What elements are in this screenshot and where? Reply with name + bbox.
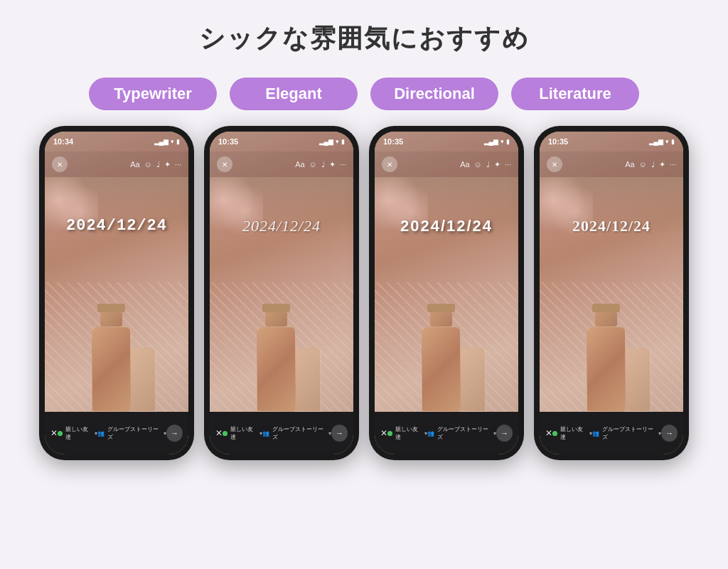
effect-icon-1[interactable]: ✦ [164, 160, 171, 169]
battery-icon-3: ▮ [506, 138, 510, 145]
toolbar-icons-1: Aa ☺ ♩ ✦ ··· [130, 160, 181, 169]
bottle-main-2 [257, 326, 296, 412]
signal-icon-4: ▂▄▆ [649, 138, 663, 145]
friends-item-1[interactable]: 親しい友達 ▾ [58, 425, 97, 441]
group-item-4[interactable]: 👥 グループストーリーズ ▾ [592, 425, 661, 441]
date-text-typewriter: 2024/12/24 [66, 217, 167, 235]
close-circle-icon-4: ✕ [545, 428, 552, 438]
text-icon-4[interactable]: Aa [625, 160, 634, 169]
group-item-1[interactable]: 👥 グループストーリーズ ▾ [97, 425, 166, 441]
send-btn-2[interactable]: → [331, 425, 348, 442]
close-btn-1[interactable]: ✕ [52, 156, 68, 172]
bottle-cap-1 [97, 304, 125, 312]
send-btn-3[interactable]: → [496, 425, 513, 442]
green-dot-2 [223, 431, 228, 436]
music-icon-2[interactable]: ♩ [321, 160, 325, 169]
label-typewriter[interactable]: Typewriter [89, 78, 217, 110]
label-elegant[interactable]: Elegant [230, 78, 358, 110]
date-display-2: 2024/12/24 [210, 217, 353, 235]
close-btn-2[interactable]: ✕ [217, 156, 232, 172]
wifi-icon-4: ▾ [665, 138, 669, 145]
toolbar-icons-4: Aa ☺ ♩ ✦ ··· [625, 160, 676, 169]
music-icon-1[interactable]: ♩ [156, 160, 160, 169]
group-icon-3: 👥 [427, 430, 434, 437]
date-text-literature: 2024/12/24 [572, 217, 651, 235]
phone-elegant-wrapper: 10:35 ▂▄▆ ▾ ▮ ✕ Aa ☺ ♩ ✦ ··· [204, 126, 359, 460]
close-story-btn-4[interactable]: ✕ [545, 428, 552, 438]
group-item-2[interactable]: 👥 グループストーリーズ ▾ [262, 425, 331, 441]
send-btn-4[interactable]: → [661, 425, 678, 442]
label-directional[interactable]: Directional [370, 78, 498, 110]
app-toolbar-3: ✕ Aa ☺ ♩ ✦ ··· [375, 151, 518, 177]
music-icon-3[interactable]: ♩ [486, 160, 490, 169]
bottle-neck-2 [265, 312, 287, 326]
more-icon-1[interactable]: ··· [175, 160, 181, 169]
friends-item-3[interactable]: 親しい友達 ▾ [387, 425, 427, 441]
status-icons-3: ▂▄▆ ▾ ▮ [484, 138, 510, 145]
friends-item-2[interactable]: 親しい友達 ▾ [223, 425, 262, 441]
bottle-small-2 [294, 348, 321, 412]
close-btn-3[interactable]: ✕ [382, 156, 397, 172]
bottle-neck-1 [100, 312, 122, 326]
more-icon-4[interactable]: ··· [670, 160, 676, 169]
close-story-btn-1[interactable]: ✕ [50, 428, 58, 438]
bottles-1 [74, 298, 159, 412]
close-circle-icon-2: ✕ [215, 428, 223, 438]
bottle-neck-3 [430, 312, 452, 326]
labels-row: Typewriter Elegant Directional Literatur… [14, 78, 714, 110]
phone-typewriter-screen: 10:34 ▂▄▆ ▾ ▮ ✕ Aa ☺ ♩ ✦ ··· [45, 132, 188, 454]
bottle-cap-2 [262, 304, 290, 312]
wifi-icon-1: ▾ [171, 138, 174, 145]
music-icon-4[interactable]: ♩ [651, 160, 655, 169]
effect-icon-2[interactable]: ✦ [329, 160, 336, 169]
emoji-icon-2[interactable]: ☺ [309, 160, 317, 169]
bottom-bar-1: ✕ 親しい友達 ▾ 👥 グループストーリーズ ▾ → [45, 412, 188, 454]
close-circle-icon-3: ✕ [380, 428, 387, 438]
group-item-3[interactable]: 👥 グループストーリーズ ▾ [427, 425, 496, 441]
effect-icon-3[interactable]: ✦ [494, 160, 500, 169]
bottom-bar-4: ✕ 親しい友達 ▾ 👥 グループストーリーズ ▾ → [540, 412, 683, 454]
status-time-1: 10:34 [53, 137, 73, 146]
bottom-bar-2: ✕ 親しい友達 ▾ 👥 グループストーリーズ ▾ → [210, 412, 353, 454]
toolbar-icons-3: Aa ☺ ♩ ✦ ··· [460, 160, 511, 169]
emoji-icon-1[interactable]: ☺ [144, 160, 152, 169]
signal-icon-2: ▂▄▆ [319, 138, 333, 145]
close-story-btn-3[interactable]: ✕ [380, 428, 387, 438]
phone-typewriter-wrapper: 10:34 ▂▄▆ ▾ ▮ ✕ Aa ☺ ♩ ✦ ··· [39, 126, 194, 460]
send-btn-1[interactable]: → [166, 425, 183, 442]
group-label-4: グループストーリーズ [602, 425, 655, 441]
bottle-cap-3 [427, 304, 455, 312]
label-literature[interactable]: Literature [511, 78, 639, 110]
phone-literature-wrapper: 10:35 ▂▄▆ ▾ ▮ ✕ Aa ☺ ♩ ✦ ··· [534, 126, 689, 460]
friends-item-4[interactable]: 親しい友達 ▾ [552, 425, 592, 441]
bottles-4 [569, 298, 654, 412]
group-icon-1: 👥 [97, 430, 105, 437]
effect-icon-4[interactable]: ✦ [659, 160, 665, 169]
signal-icon-1: ▂▄▆ [154, 138, 168, 145]
app-toolbar-1: ✕ Aa ☺ ♩ ✦ ··· [45, 151, 188, 177]
phone-elegant: 10:35 ▂▄▆ ▾ ▮ ✕ Aa ☺ ♩ ✦ ··· [204, 126, 359, 460]
group-icon-2: 👥 [262, 430, 269, 437]
status-time-4: 10:35 [548, 137, 568, 146]
phone-directional-wrapper: 10:35 ▂▄▆ ▾ ▮ ✕ Aa ☺ ♩ ✦ ··· [369, 126, 524, 460]
group-label-3: グループストーリーズ [437, 425, 491, 441]
text-icon-3[interactable]: Aa [460, 160, 469, 169]
signal-icon-3: ▂▄▆ [484, 138, 498, 145]
more-icon-2[interactable]: ··· [340, 160, 346, 169]
green-dot-1 [58, 431, 63, 436]
date-text-directional: 2024/12/24 [400, 217, 493, 235]
date-display-1: 2024/12/24 [45, 217, 188, 235]
text-icon-2[interactable]: Aa [295, 160, 304, 169]
text-icon-1[interactable]: Aa [130, 160, 139, 169]
emoji-icon-4[interactable]: ☺ [639, 160, 647, 169]
battery-icon-2: ▮ [341, 138, 345, 145]
friends-label-1: 親しい友達 [65, 425, 92, 441]
close-story-btn-2[interactable]: ✕ [215, 428, 223, 438]
phone-literature-screen: 10:35 ▂▄▆ ▾ ▮ ✕ Aa ☺ ♩ ✦ ··· [540, 132, 683, 454]
friends-label-2: 親しい友達 [230, 425, 257, 441]
green-dot-3 [387, 431, 392, 436]
emoji-icon-3[interactable]: ☺ [474, 160, 482, 169]
more-icon-3[interactable]: ··· [505, 160, 511, 169]
wifi-icon-3: ▾ [500, 138, 504, 145]
close-btn-4[interactable]: ✕ [547, 156, 562, 172]
